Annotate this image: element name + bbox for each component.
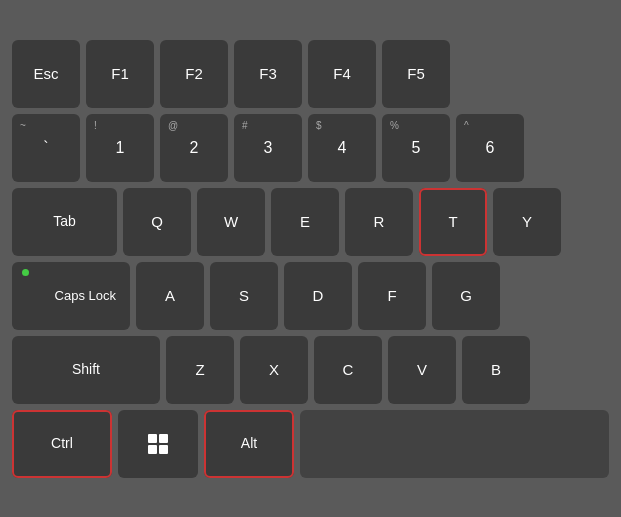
- number-row: ~ ` ! 1 @ 2 # 3 $ 4 % 5 ^ 6: [12, 114, 609, 182]
- key-capslock[interactable]: Caps Lock: [12, 262, 130, 330]
- key-d[interactable]: D: [284, 262, 352, 330]
- windows-icon: [148, 434, 168, 454]
- key-q[interactable]: Q: [123, 188, 191, 256]
- key-f3[interactable]: F3: [234, 40, 302, 108]
- key-f2[interactable]: F2: [160, 40, 228, 108]
- qwerty-row: Tab Q W E R T Y: [12, 188, 609, 256]
- function-row: Esc F1 F2 F3 F4 F5: [12, 40, 609, 108]
- key-alt[interactable]: Alt: [204, 410, 294, 478]
- key-3[interactable]: # 3: [234, 114, 302, 182]
- key-b[interactable]: B: [462, 336, 530, 404]
- key-f4[interactable]: F4: [308, 40, 376, 108]
- key-1[interactable]: ! 1: [86, 114, 154, 182]
- zxcv-row: Shift Z X C V B: [12, 336, 609, 404]
- key-g[interactable]: G: [432, 262, 500, 330]
- key-backtick[interactable]: ~ `: [12, 114, 80, 182]
- key-5[interactable]: % 5: [382, 114, 450, 182]
- key-f5[interactable]: F5: [382, 40, 450, 108]
- key-t[interactable]: T: [419, 188, 487, 256]
- key-y[interactable]: Y: [493, 188, 561, 256]
- bottom-row: Ctrl Alt: [12, 410, 609, 478]
- keyboard: Esc F1 F2 F3 F4 F5 ~ ` ! 1 @ 2: [0, 0, 621, 517]
- key-s[interactable]: S: [210, 262, 278, 330]
- key-v[interactable]: V: [388, 336, 456, 404]
- key-c[interactable]: C: [314, 336, 382, 404]
- caps-lock-indicator: [22, 269, 29, 276]
- key-space[interactable]: [300, 410, 609, 478]
- key-w[interactable]: W: [197, 188, 265, 256]
- key-win[interactable]: [118, 410, 198, 478]
- key-esc[interactable]: Esc: [12, 40, 80, 108]
- key-ctrl[interactable]: Ctrl: [12, 410, 112, 478]
- key-f[interactable]: F: [358, 262, 426, 330]
- key-4[interactable]: $ 4: [308, 114, 376, 182]
- asdf-row: Caps Lock A S D F G: [12, 262, 609, 330]
- key-z[interactable]: Z: [166, 336, 234, 404]
- key-r[interactable]: R: [345, 188, 413, 256]
- key-tab[interactable]: Tab: [12, 188, 117, 256]
- key-f1[interactable]: F1: [86, 40, 154, 108]
- key-6[interactable]: ^ 6: [456, 114, 524, 182]
- key-a[interactable]: A: [136, 262, 204, 330]
- key-e[interactable]: E: [271, 188, 339, 256]
- key-2[interactable]: @ 2: [160, 114, 228, 182]
- key-shift[interactable]: Shift: [12, 336, 160, 404]
- key-x[interactable]: X: [240, 336, 308, 404]
